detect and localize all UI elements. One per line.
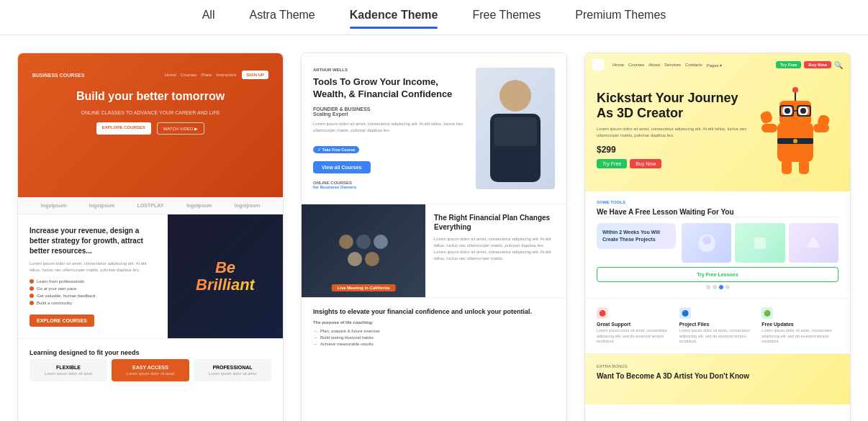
card3-headline: Kickstart Your Journey As 3D Creator [597, 91, 752, 120]
card1-logo: BUSINESS COURSES [32, 73, 84, 78]
card3-project-2 [735, 223, 785, 263]
card3-extra-bonus: EXTRA BONUS [597, 364, 838, 368]
card3-last-headline: Want To Become A 3D Artist You Don't Kno… [597, 371, 838, 381]
card1-signup-btn[interactable]: SIGN UP [242, 71, 268, 79]
card3-nav-bar: Home Courses About Services Contacts Pag… [592, 59, 843, 71]
card3-nav-try-btn[interactable]: Try Free [776, 61, 801, 68]
tab-premium[interactable]: Premium Themes [575, 9, 666, 27]
card3-dot-3 [719, 285, 723, 289]
card3-desc: Lorem ipsum dolor sit amet, consectetur … [597, 126, 752, 139]
card2-photo [476, 68, 555, 189]
card3-free-lessons-btn[interactable]: Try Free Lessons [597, 267, 838, 282]
card1-pricing: Learning designed to fit your needs FLEX… [18, 338, 283, 391]
tab-free[interactable]: Free Themes [472, 9, 541, 27]
card2-free-badge: ✓ Take Free Course [313, 146, 359, 153]
card1-video-btn[interactable]: WATCH VIDEO ▶ [157, 122, 204, 135]
theme-card-3d: Home Courses About Services Contacts Pag… [584, 53, 851, 421]
card3-hero: Home Courses About Services Contacts Pag… [585, 53, 850, 191]
svg-point-7 [785, 108, 790, 114]
card3-last-section: EXTRA BONUS Want To Become A 3D Artist Y… [585, 354, 850, 404]
card2-view-courses-btn[interactable]: View all Courses [313, 161, 371, 173]
card2-bottom-subtext: The purpose of life coaching: [313, 320, 555, 326]
card1-pricing-headline: Learning designed to fit your needs [30, 349, 271, 356]
card1-plan-pro: PROFESSIONAL [199, 365, 266, 370]
card1-plan-flexible: FLEXIBLE [35, 365, 101, 370]
card2-bullet-3: Achieve measurable results [320, 342, 374, 346]
card1-nav-links: HomeCoursesPlansInstructors [165, 73, 236, 77]
svg-rect-18 [782, 160, 792, 174]
svg-point-23 [702, 236, 711, 245]
card3-project-1 [682, 223, 731, 263]
theme-grid: BUSINESS COURSES HomeCoursesPlansInstruc… [0, 53, 868, 421]
svg-rect-14 [761, 124, 777, 132]
card2-bullet-2: Build lasting financial habits [320, 335, 374, 340]
card1-explore-btn[interactable]: EXPLORE COURSES [96, 122, 151, 135]
svg-rect-16 [759, 110, 774, 125]
tab-all[interactable]: All [202, 9, 215, 27]
card1-sub: ONLINE CLASSES TO ADVANCE YOUR CAREER AN… [32, 110, 268, 115]
card3-price: $299 [597, 145, 752, 155]
card2-bottom: Insights to elevate your financial confi… [302, 298, 566, 358]
svg-rect-24 [754, 237, 766, 249]
card3-mid-headline: We Have A Free Lesson Waiting For You [597, 207, 838, 217]
card2-mid-body: Lorem ipsum dolor sit amet, consectetur … [434, 236, 558, 262]
card3-feat-files-body: Lorem ipsum dolor sit amet, consectetur … [679, 328, 756, 345]
card1-neon-text: BeBrilliant [196, 259, 255, 294]
card2-audience-img: Live Meeting in California [302, 204, 425, 297]
card1-cta-btn[interactable]: EXPLORE COURSES [30, 314, 94, 327]
card1-logos-bar: logoipsumlogoipsumLOSTPLAYlogoipsumlogoi… [18, 197, 283, 214]
card3-feat-support-body: Lorem ipsum dolor sit amet, consectetur … [597, 328, 674, 345]
card2-bottom-headline: Insights to elevate your financial confi… [313, 308, 555, 315]
card2-hero: ARTHUR WELLS Tools To Grow Your Income, … [302, 53, 566, 204]
card3-dot-1 [706, 285, 710, 289]
card2-sub: Lorem ipsum dolor sit amet, consectetur … [313, 121, 469, 134]
card3-within-text: Within 2 Weeks You Will Create These Pro… [597, 223, 676, 249]
theme-card-course: BUSINESS COURSES HomeCoursesPlansInstruc… [17, 53, 284, 421]
card1-section-headline: Increase your revenue, design a better s… [30, 226, 156, 256]
card1-plan-easy: EASY ACCESS [117, 365, 184, 370]
card3-buy-btn[interactable]: Buy Now [630, 159, 661, 168]
card3-project-3 [789, 223, 838, 263]
svg-point-0 [499, 80, 531, 112]
card2-bullet-1: Plan, prepare & future exercise [320, 329, 380, 333]
card1-section: Increase your revenue, design a better s… [18, 214, 283, 338]
card3-files-icon: 🔵 [679, 307, 691, 319]
card2-eyebrow: ARTHUR WELLS [313, 68, 469, 72]
card3-try-btn[interactable]: Try Free [597, 159, 627, 168]
card3-robot [752, 79, 838, 180]
card2-mid: Live Meeting in California The Right Fin… [302, 204, 566, 298]
svg-rect-2 [494, 117, 537, 146]
card3-mid: SOME TOOLS We Have A Free Lesson Waiting… [585, 191, 850, 299]
card2-live-badge: Live Meeting in California [332, 284, 396, 291]
svg-point-13 [792, 87, 798, 93]
tab-astra[interactable]: Astra Theme [249, 9, 315, 27]
nav-tabs: All Astra Theme Kadence Theme Free Theme… [0, 0, 868, 35]
card3-feat-updates-body: Lorem ipsum dolor sit amet, consectetur … [761, 328, 838, 345]
card1-section-body: Lorem ipsum dolor sit amet, consectetur … [30, 261, 156, 273]
svg-point-21 [793, 139, 797, 143]
card3-feat-files-title: Project Files [679, 322, 756, 327]
card3-mid-eyebrow: SOME TOOLS [597, 200, 838, 204]
card1-hero: BUSINESS COURSES HomeCoursesPlansInstruc… [18, 53, 283, 197]
card3-dot-2 [713, 285, 717, 289]
theme-card-financial: ARTHUR WELLS Tools To Grow Your Income, … [301, 53, 567, 421]
card3-support-icon: 🔴 [597, 307, 608, 319]
card3-feat-updates-title: Free Updates [761, 322, 838, 327]
svg-rect-19 [799, 160, 809, 174]
card3-nav-buy-btn[interactable]: Buy Now [804, 61, 831, 68]
card3-dot-4 [725, 285, 730, 289]
svg-marker-25 [806, 236, 820, 248]
card3-feat-support-title: Great Support [597, 322, 674, 327]
card3-updates-icon: 🟢 [761, 307, 773, 319]
card2-headline: Tools To Grow Your Income, Wealth, & Fin… [313, 76, 469, 101]
card3-features: 🔴 Great Support Lorem ipsum dolor sit am… [585, 299, 850, 354]
card2-mid-headline: The Right Financial Plan Changes Everyth… [434, 213, 558, 232]
svg-point-8 [800, 108, 806, 114]
tab-kadence[interactable]: Kadence Theme [350, 9, 438, 27]
card1-headline: Build your better tomorrow [32, 89, 268, 104]
